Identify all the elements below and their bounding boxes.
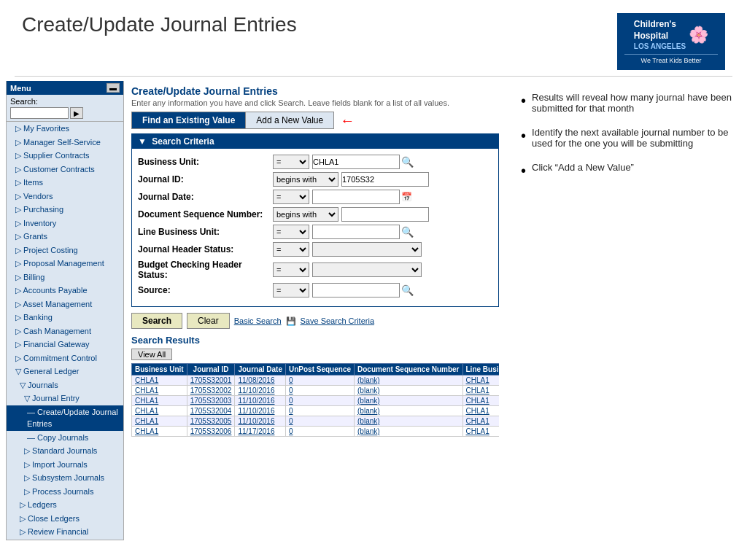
sidebar-search-label: Search: [10, 97, 38, 106]
sidebar-item[interactable]: ▷ Financial Gateway [7, 338, 123, 351]
bullet-item-1: • Results will reveal how many journal h… [521, 92, 732, 114]
sidebar-collapse-button[interactable]: ▬ [107, 83, 120, 93]
logo-tagline: We Treat Kids Better [624, 54, 718, 64]
business-unit-operator[interactable]: = [273, 155, 309, 169]
criteria-row-journal-date: Journal Date: = 📅 [138, 190, 492, 204]
criteria-row-journal-id: Journal ID: begins with [138, 172, 492, 187]
sidebar-item[interactable]: ▷ Supplier Contracts [7, 149, 123, 163]
sidebar-item[interactable]: ▷ Grants [7, 230, 123, 244]
budget-status-operator[interactable]: = [273, 262, 309, 277]
criteria-row-header-status: Journal Header Status: = [138, 242, 492, 257]
source-label: Source: [138, 285, 273, 295]
save-icon: 💾 [286, 316, 296, 326]
header-status-operator[interactable]: = [273, 242, 309, 257]
search-button[interactable]: Search [131, 313, 182, 329]
sidebar-item-subsystem-journals[interactable]: ▷ Subsystem Journals [7, 471, 123, 485]
save-search-button[interactable]: Save Search Criteria [301, 316, 375, 325]
line-bu-search-icon[interactable]: 🔍 [401, 226, 414, 238]
line-bu-value[interactable] [312, 225, 400, 239]
journal-date-label: Journal Date: [138, 192, 273, 202]
doc-seq-label: Document Sequence Number: [138, 209, 273, 219]
business-unit-search-icon[interactable]: 🔍 [401, 156, 414, 168]
source-value[interactable] [312, 283, 400, 298]
col-journal-id: Journal ID [187, 364, 235, 376]
sidebar-item[interactable]: ▷ Manager Self-Service [7, 136, 123, 149]
sidebar-item[interactable]: ▷ Banking [7, 311, 123, 324]
header-status-label: Journal Header Status: [138, 244, 273, 254]
criteria-header: ▼ Search Criteria [132, 134, 498, 149]
sidebar-item[interactable]: ▷ Billing [7, 271, 123, 284]
sidebar-item-create-update[interactable]: — Create/Update Journal Entries [7, 405, 123, 431]
sidebar-item-ledgers[interactable]: ▷ Ledgers [7, 498, 123, 512]
sidebar-item-journals[interactable]: ▽ Journals [7, 378, 123, 392]
hospital-logo: Children's Hospital LOS ANGELES 🌸 We Tre… [617, 13, 725, 70]
criteria-row-doc-seq: Document Sequence Number: begins with [138, 207, 492, 222]
content-subtitle: Enter any information you have and click… [131, 98, 499, 107]
tab-find-existing[interactable]: Find an Existing Value [131, 112, 245, 129]
bullet-text-3: Click “Add a New Value” [532, 162, 634, 173]
budget-status-value[interactable] [312, 262, 422, 277]
tab-add-new[interactable]: Add a New Value [245, 112, 334, 129]
tabs-container: Find an Existing Value Add a New Value ← [131, 112, 499, 129]
main-content: Create/Update Journal Entries Enter any … [124, 81, 506, 540]
sidebar-item[interactable]: ▷ Commitment Control [7, 351, 123, 365]
sidebar-item-close-ledgers[interactable]: ▷ Close Ledgers [7, 512, 123, 526]
sidebar-item-process-journals[interactable]: ▷ Process Journals [7, 485, 123, 499]
sidebar-item[interactable]: ▷ Accounts Payable [7, 284, 123, 298]
line-bu-label: Line Business Unit: [138, 227, 273, 237]
sidebar-item[interactable]: ▷ Customer Contracts [7, 163, 123, 176]
business-unit-value[interactable] [312, 155, 400, 169]
bullet-text-1: Results will reveal how many journal hav… [532, 92, 732, 114]
results-title: Search Results [131, 335, 499, 346]
journal-date-operator[interactable]: = [273, 190, 309, 204]
table-row: CHLA11705S3200211/10/20160(blank)CHLA1Po… [132, 386, 500, 396]
source-search-icon[interactable]: 🔍 [401, 284, 414, 296]
sidebar-item-import-journals[interactable]: ▷ Import Journals [7, 458, 123, 472]
header-status-value[interactable] [312, 242, 422, 257]
doc-seq-value[interactable] [341, 207, 429, 222]
search-actions: Search Clear Basic Search 💾 Save Search … [131, 313, 499, 329]
journal-id-label: Journal ID: [138, 174, 273, 184]
bullet-dot-2: • [521, 128, 526, 143]
right-panel: • Results will reveal how many journal h… [506, 81, 747, 540]
table-row: CHLA11705S3200611/17/20160(blank)CHLA1Po… [132, 427, 500, 437]
source-operator[interactable]: = [273, 283, 309, 298]
table-row: CHLA11705S3200411/10/20160(blank)CHLA1Po… [132, 406, 500, 416]
sidebar-item[interactable]: ▷ Vendors [7, 190, 123, 203]
sidebar-item[interactable]: ▷ Inventory [7, 217, 123, 230]
table-row: CHLA11705S3200311/10/20160(blank)CHLA1Po… [132, 396, 500, 406]
sidebar-item-standard-journals[interactable]: ▷ Standard Journals [7, 444, 123, 458]
sidebar-item[interactable]: ▷ Asset Management [7, 298, 123, 311]
col-journal-date: Journal Date [235, 364, 286, 376]
bullet-text-2: Identify the next available journal numb… [532, 127, 732, 149]
sidebar-item[interactable]: ▷ Project Costing [7, 244, 123, 257]
sidebar-search-input[interactable] [10, 107, 69, 119]
bullet-item-3: • Click “Add a New Value” [521, 162, 732, 178]
doc-seq-operator[interactable]: begins with [273, 207, 338, 222]
col-business-unit: Business Unit [132, 364, 187, 376]
criteria-row-line-bu: Line Business Unit: = 🔍 [138, 225, 492, 239]
journal-id-operator[interactable]: begins with [273, 172, 338, 187]
journal-date-value[interactable] [312, 190, 400, 204]
sidebar-item-journal-entry[interactable]: ▽ Journal Entry [7, 392, 123, 405]
logo-text: Children's Hospital LOS ANGELES [634, 19, 686, 51]
sidebar-item-review-financial[interactable]: ▷ Review Financial Information [7, 525, 123, 540]
calendar-icon[interactable]: 📅 [401, 192, 412, 202]
criteria-row-source: Source: = 🔍 [138, 283, 492, 298]
journal-id-value[interactable] [341, 172, 429, 187]
sidebar-search-button[interactable]: ▶ [70, 107, 83, 119]
sidebar-item[interactable]: ▷ Items [7, 176, 123, 190]
logo-flower-icon: 🌸 [689, 26, 708, 44]
sidebar-item-general-ledger[interactable]: ▽ General Ledger [7, 365, 123, 378]
basic-search-button[interactable]: Basic Search [234, 316, 282, 325]
table-row: CHLA11705S3200111/08/20160(blank)CHLA1Po… [132, 376, 500, 386]
view-all-button[interactable]: View All [131, 349, 172, 360]
sidebar-item[interactable]: ▷ My Favorites [7, 122, 123, 136]
sidebar-item[interactable]: ▷ Purchasing [7, 203, 123, 217]
bullet-item-2: • Identify the next available journal nu… [521, 127, 732, 149]
sidebar-item[interactable]: ▷ Proposal Management [7, 257, 123, 271]
sidebar-item-copy-journals[interactable]: — Copy Journals [7, 431, 123, 445]
clear-button[interactable]: Clear [187, 313, 230, 329]
sidebar-item[interactable]: ▷ Cash Management [7, 324, 123, 338]
line-bu-operator[interactable]: = [273, 225, 309, 239]
